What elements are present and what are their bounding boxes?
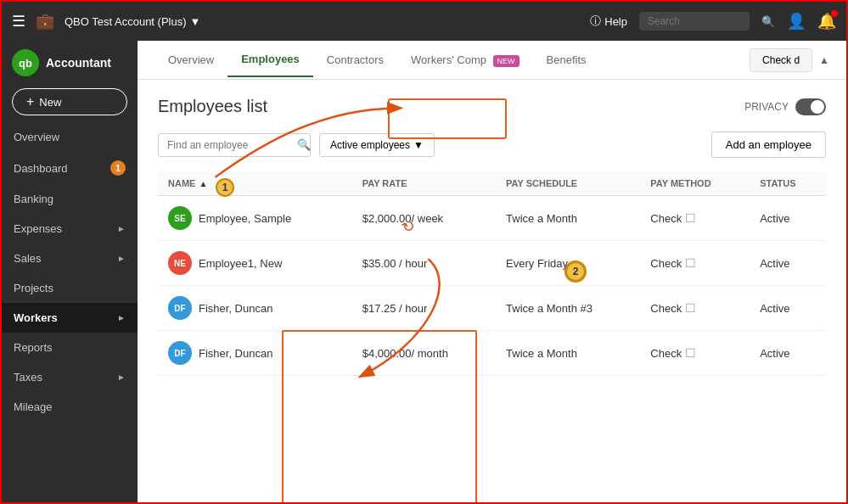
sidebar-item-workers[interactable]: Workers ►: [2, 303, 138, 333]
new-label: New: [39, 96, 61, 109]
plus-icon: +: [26, 94, 34, 109]
col-status: STATUS: [750, 171, 826, 196]
employee-name: Fisher, Duncan: [199, 302, 272, 315]
employees-area: Employees list PRIVACY 🔍 Active emplo: [138, 80, 846, 502]
sidebar-item-banking[interactable]: Banking: [2, 184, 138, 214]
avatar: SE: [168, 206, 192, 230]
notification-dot: [831, 10, 838, 17]
help-circle-icon: ⓘ: [590, 14, 601, 29]
status-cell: Active: [750, 286, 826, 331]
check-icon: ☐: [685, 256, 696, 270]
table-row[interactable]: SE Employee, Sample $2,000.00/ week Twic…: [158, 196, 826, 241]
main-area: qb Accountant + New Overview Dashboard 1…: [2, 41, 846, 502]
content-wrapper: Overview Employees Contractors Workers' …: [138, 41, 846, 502]
briefcase-icon: 💼: [36, 12, 54, 31]
employees-title: Employees list: [158, 97, 267, 116]
sort-asc-icon: ▲: [199, 179, 207, 188]
collapse-icon[interactable]: ▲: [819, 54, 829, 66]
tab-contractors[interactable]: Contractors: [313, 43, 397, 76]
content-area: Overview Employees Contractors Workers' …: [138, 41, 846, 502]
callout-1: 1: [216, 178, 234, 197]
employee-name: Employee, Sample: [199, 212, 291, 225]
check-icon: ☐: [685, 301, 696, 315]
sidebar: qb Accountant + New Overview Dashboard 1…: [2, 41, 138, 502]
check-d-button[interactable]: Check d: [750, 48, 812, 72]
employee-name-cell: DF Fisher, Duncan: [158, 286, 352, 331]
sidebar-item-mileage[interactable]: Mileage: [2, 392, 138, 422]
tab-workers-comp[interactable]: Workers' Comp NEW: [397, 43, 533, 76]
sidebar-item-sales[interactable]: Sales ►: [2, 244, 138, 273]
brand-label: Accountant: [46, 56, 111, 70]
table-header-row: NAME ▲ PAY RATE PAY SCHEDULE PAY METHOD …: [158, 171, 826, 196]
chevron-down-icon: ▼: [190, 15, 201, 28]
sidebar-item-taxes[interactable]: Taxes ►: [2, 362, 138, 392]
search-emp-icon: 🔍: [297, 138, 311, 151]
hamburger-icon[interactable]: ☰: [12, 12, 25, 31]
add-employee-button[interactable]: Add an employee: [711, 132, 826, 158]
employee-name-cell: NE Employee1, New: [158, 241, 352, 286]
toggle-knob: [811, 100, 824, 114]
qb-logo: qb: [12, 49, 39, 76]
pay-method-cell: Check ☐: [640, 286, 750, 331]
pay-schedule-cell: Twice a Month: [496, 196, 640, 241]
sidebar-item-dashboard[interactable]: Dashboard 1: [2, 152, 138, 184]
sidebar-item-overview[interactable]: Overview: [2, 122, 138, 152]
pay-method-cell: Check ☐: [640, 331, 750, 376]
callout-2: 2: [564, 260, 587, 283]
employee-name-cell: DF Fisher, Duncan: [158, 331, 352, 376]
pay-method-cell: Check ☐: [640, 196, 750, 241]
dashboard-badge: 1: [110, 160, 126, 176]
tab-benefits[interactable]: Benefits: [533, 43, 600, 76]
pay-rate-cell: $2,000.00/ week: [352, 196, 496, 241]
sidebar-item-expenses[interactable]: Expenses ►: [2, 214, 138, 244]
new-badge: NEW: [493, 55, 519, 67]
status-cell: Active: [750, 331, 826, 376]
employee-name-cell: SE Employee, Sample: [158, 196, 352, 241]
avatar: NE: [168, 251, 192, 275]
tab-overview[interactable]: Overview: [154, 43, 227, 76]
chevron-right-icon: ►: [117, 254, 126, 263]
status-cell: Active: [750, 196, 826, 241]
employee-name: Fisher, Duncan: [199, 347, 272, 360]
chevron-right-icon: ►: [117, 313, 126, 322]
account-name: QBO Test Account (Plus) ▼: [65, 15, 200, 28]
privacy-switch[interactable]: [795, 98, 826, 115]
col-pay-rate: PAY RATE: [352, 171, 496, 196]
pay-rate-cell: $4,000.00/ month: [352, 331, 496, 376]
sidebar-item-projects[interactable]: Projects: [2, 273, 138, 303]
help-button[interactable]: ⓘ Help: [590, 14, 627, 29]
filter-row: 🔍 Active employees ▼ Add an employee: [158, 132, 826, 158]
dropdown-arrow-icon: ▼: [413, 139, 424, 151]
notification-bell-icon[interactable]: 🔔: [817, 12, 836, 31]
pay-rate-cell: $17.25 / hour: [352, 286, 496, 331]
pay-schedule-cell: Twice a Month #3: [496, 286, 640, 331]
top-bar: ☰ 💼 QBO Test Account (Plus) ▼ ⓘ Help 🔍 👤…: [2, 2, 846, 41]
chevron-right-icon: ►: [117, 372, 126, 382]
status-cell: Active: [750, 241, 826, 286]
pay-method-cell: Check ☐: [640, 241, 750, 286]
employees-table: NAME ▲ PAY RATE PAY SCHEDULE PAY METHOD …: [158, 171, 826, 376]
pay-schedule-cell: Twice a Month: [496, 331, 640, 376]
top-bar-right: ⓘ Help 🔍 👤 🔔: [590, 12, 836, 31]
search-icon[interactable]: 🔍: [761, 15, 775, 28]
employees-table-body: SE Employee, Sample $2,000.00/ week Twic…: [158, 196, 826, 376]
col-pay-method: PAY METHOD: [640, 171, 750, 196]
tabs-bar: Overview Employees Contractors Workers' …: [138, 41, 846, 80]
search-employee-input[interactable]: [158, 133, 311, 157]
col-pay-schedule: PAY SCHEDULE: [496, 171, 640, 196]
sidebar-logo: qb Accountant: [2, 41, 138, 81]
sidebar-item-reports[interactable]: Reports: [2, 333, 138, 362]
active-employees-filter[interactable]: Active employees ▼: [319, 133, 435, 157]
col-name: NAME ▲: [158, 171, 352, 196]
tab-employees[interactable]: Employees: [227, 42, 313, 77]
table-row[interactable]: NE Employee1, New $35.00 / hour Every Fr…: [158, 241, 826, 286]
check-icon: ☐: [685, 211, 696, 225]
table-row[interactable]: DF Fisher, Duncan $4,000.00/ month Twice…: [158, 331, 826, 376]
check-icon: ☐: [685, 346, 696, 360]
avatar: DF: [168, 296, 192, 320]
table-row[interactable]: DF Fisher, Duncan $17.25 / hour Twice a …: [158, 286, 826, 331]
employee-name: Employee1, New: [199, 257, 282, 270]
new-button[interactable]: + New: [12, 88, 127, 115]
search-input[interactable]: [639, 12, 750, 31]
user-icon[interactable]: 👤: [787, 12, 806, 31]
